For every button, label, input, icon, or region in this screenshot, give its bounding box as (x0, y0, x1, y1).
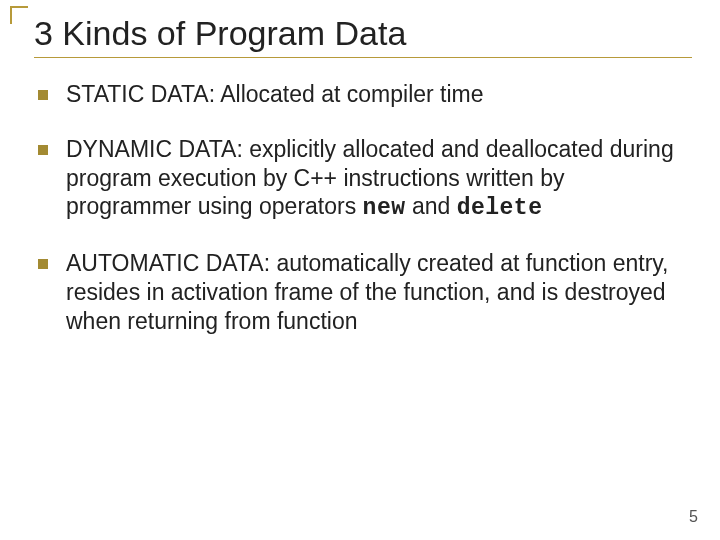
title-wrap: 3 Kinds of Program Data (28, 14, 692, 58)
list-item-text: AUTOMATIC DATA: automatically created at… (66, 249, 674, 335)
slide: 3 Kinds of Program Data STATIC DATA: All… (0, 0, 720, 540)
list-item: STATIC DATA: Allocated at compiler time (38, 80, 674, 109)
keyword-new: new (363, 195, 406, 221)
bullet-icon (38, 259, 48, 269)
slide-title: 3 Kinds of Program Data (34, 14, 692, 58)
bullet-icon (38, 90, 48, 100)
keyword-delete: delete (457, 195, 543, 221)
list-item: DYNAMIC DATA: explicitly allocated and d… (38, 135, 674, 223)
item-mid: and (406, 193, 457, 219)
corner-accent (10, 6, 28, 24)
item-lead: STATIC DATA: (66, 81, 220, 107)
item-rest: Allocated at compiler time (220, 81, 483, 107)
slide-body: STATIC DATA: Allocated at compiler time … (28, 80, 692, 335)
bullet-icon (38, 145, 48, 155)
item-lead: AUTOMATIC DATA: (66, 250, 276, 276)
list-item-text: DYNAMIC DATA: explicitly allocated and d… (66, 135, 674, 223)
list-item: AUTOMATIC DATA: automatically created at… (38, 249, 674, 335)
page-number: 5 (689, 508, 698, 526)
list-item-text: STATIC DATA: Allocated at compiler time (66, 80, 674, 109)
item-lead: DYNAMIC DATA: (66, 136, 249, 162)
